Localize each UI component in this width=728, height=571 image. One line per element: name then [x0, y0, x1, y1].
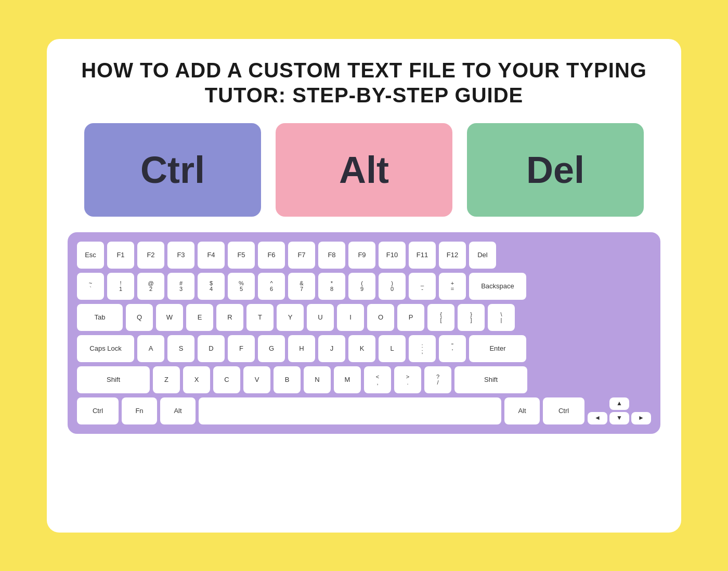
key-arrow-left[interactable]: ◄: [588, 412, 607, 424]
key-equals[interactable]: +=: [439, 273, 466, 300]
key-f3[interactable]: F3: [167, 242, 194, 269]
key-f6[interactable]: F6: [258, 242, 285, 269]
key-bracket-open[interactable]: {[: [427, 304, 454, 331]
key-4[interactable]: $4: [198, 273, 225, 300]
key-0[interactable]: )0: [379, 273, 406, 300]
key-backspace[interactable]: Backspace: [469, 273, 526, 300]
key-j[interactable]: J: [318, 335, 345, 362]
key-f8[interactable]: F8: [318, 242, 345, 269]
big-key-alt: Alt: [276, 123, 452, 217]
key-c[interactable]: C: [213, 366, 240, 393]
key-f5[interactable]: F5: [228, 242, 255, 269]
key-r[interactable]: R: [216, 304, 243, 331]
key-enter[interactable]: Enter: [469, 335, 526, 362]
key-9[interactable]: (9: [348, 273, 375, 300]
key-f4[interactable]: F4: [198, 242, 225, 269]
key-f7[interactable]: F7: [288, 242, 315, 269]
key-z[interactable]: Z: [153, 366, 180, 393]
key-u[interactable]: U: [307, 304, 334, 331]
key-arrow-right[interactable]: ►: [631, 412, 651, 424]
keyboard-row-asdf: Caps Lock A S D F G H J K L :; "' Enter: [77, 335, 651, 362]
key-i[interactable]: I: [337, 304, 364, 331]
key-q[interactable]: Q: [126, 304, 153, 331]
key-f2[interactable]: F2: [137, 242, 164, 269]
key-v[interactable]: V: [243, 366, 270, 393]
key-f11[interactable]: F11: [409, 242, 436, 269]
key-2[interactable]: @2: [137, 273, 164, 300]
key-f12[interactable]: F12: [439, 242, 466, 269]
key-f9[interactable]: F9: [348, 242, 375, 269]
key-g[interactable]: G: [258, 335, 285, 362]
key-y[interactable]: Y: [277, 304, 304, 331]
keyboard-row-zxcv: Shift Z X C V B N M <, >. ?/ Shift: [77, 366, 651, 393]
key-1[interactable]: !1: [107, 273, 134, 300]
key-quote[interactable]: "': [439, 335, 466, 362]
key-b[interactable]: B: [274, 366, 301, 393]
key-slash[interactable]: ?/: [424, 366, 451, 393]
key-e[interactable]: E: [186, 304, 213, 331]
key-shift-left[interactable]: Shift: [77, 366, 150, 393]
key-x[interactable]: X: [183, 366, 210, 393]
key-d[interactable]: D: [198, 335, 225, 362]
key-w[interactable]: W: [156, 304, 183, 331]
key-5[interactable]: %5: [228, 273, 255, 300]
key-tab[interactable]: Tab: [77, 304, 123, 331]
key-ctrl-left[interactable]: Ctrl: [77, 397, 119, 424]
keyboard-row-bottom: Ctrl Fn Alt Alt Ctrl ▲ ◄ ▼ ►: [77, 397, 651, 424]
key-comma[interactable]: <,: [364, 366, 391, 393]
key-k[interactable]: K: [348, 335, 375, 362]
key-n[interactable]: N: [304, 366, 331, 393]
key-alt-right[interactable]: Alt: [504, 397, 540, 424]
key-tilde[interactable]: ~`: [77, 273, 104, 300]
key-ctrl-right[interactable]: Ctrl: [543, 397, 584, 424]
key-t[interactable]: T: [246, 304, 274, 331]
key-7[interactable]: &7: [288, 273, 315, 300]
page-title: HOW TO ADD A CUSTOM TEXT FILE TO YOUR TY…: [81, 58, 647, 108]
key-f10[interactable]: F10: [379, 242, 406, 269]
key-arrow-down[interactable]: ▼: [609, 412, 629, 424]
keyboard-row-function: Esc F1 F2 F3 F4 F5 F6 F7 F8 F9 F10 F11 F…: [77, 242, 651, 269]
key-del-fn[interactable]: Del: [469, 242, 496, 269]
key-semicolon[interactable]: :;: [409, 335, 436, 362]
key-p[interactable]: P: [397, 304, 424, 331]
main-card: HOW TO ADD A CUSTOM TEXT FILE TO YOUR TY…: [47, 39, 681, 533]
key-alt-left[interactable]: Alt: [160, 397, 196, 424]
key-fn[interactable]: Fn: [122, 397, 157, 424]
key-space[interactable]: [199, 397, 501, 424]
key-f1[interactable]: F1: [107, 242, 134, 269]
key-6[interactable]: ^6: [258, 273, 285, 300]
key-caps-lock[interactable]: Caps Lock: [77, 335, 134, 362]
keyboard: Esc F1 F2 F3 F4 F5 F6 F7 F8 F9 F10 F11 F…: [68, 232, 660, 434]
key-h[interactable]: H: [288, 335, 315, 362]
big-key-ctrl: Ctrl: [84, 123, 261, 217]
arrow-cluster: ▲ ◄ ▼ ►: [588, 397, 651, 424]
key-f[interactable]: F: [228, 335, 255, 362]
key-s[interactable]: S: [167, 335, 194, 362]
key-m[interactable]: M: [334, 366, 361, 393]
key-shift-right[interactable]: Shift: [454, 366, 527, 393]
keyboard-row-qwerty: Tab Q W E R T Y U I O P {[ }] \|: [77, 304, 651, 331]
key-8[interactable]: *8: [318, 273, 345, 300]
key-period[interactable]: >.: [394, 366, 421, 393]
keyboard-row-numbers: ~` !1 @2 #3 $4 %5 ^6 &7 *8 (9 )0 _- += B…: [77, 273, 651, 300]
key-3[interactable]: #3: [167, 273, 194, 300]
big-key-del: Del: [467, 123, 644, 217]
key-l[interactable]: L: [379, 335, 406, 362]
key-bracket-close[interactable]: }]: [458, 304, 485, 331]
key-o[interactable]: O: [367, 304, 394, 331]
key-a[interactable]: A: [137, 335, 164, 362]
key-minus[interactable]: _-: [409, 273, 436, 300]
key-pipe[interactable]: \|: [488, 304, 515, 331]
website-label: typingparagraphs.com: [498, 449, 660, 466]
key-arrow-up[interactable]: ▲: [609, 397, 629, 410]
big-key-row: Ctrl Alt Del: [68, 123, 660, 217]
key-esc[interactable]: Esc: [77, 242, 104, 269]
